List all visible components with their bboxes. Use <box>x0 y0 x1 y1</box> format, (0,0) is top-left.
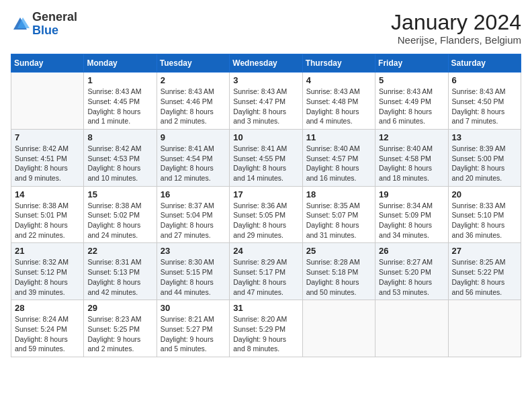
calendar-header-friday: Friday <box>375 54 448 73</box>
cell-info: Sunrise: 8:32 AMSunset: 5:12 PMDaylight:… <box>15 257 80 297</box>
cell-info: Sunrise: 8:25 AMSunset: 5:22 PMDaylight:… <box>452 257 517 297</box>
calendar-header-sunday: Sunday <box>11 54 84 73</box>
calendar-cell: 25Sunrise: 8:28 AMSunset: 5:18 PMDayligh… <box>302 243 375 300</box>
cell-day-number: 19 <box>379 189 444 199</box>
cell-day-number: 16 <box>161 189 226 199</box>
calendar-cell: 9Sunrise: 8:41 AMSunset: 4:54 PMDaylight… <box>157 129 229 186</box>
cell-day-number: 30 <box>161 303 226 313</box>
calendar-cell: 29Sunrise: 8:23 AMSunset: 5:25 PMDayligh… <box>84 300 157 357</box>
cell-day-number: 27 <box>452 246 517 256</box>
title-area: January 2024 Neerijse, Flanders, Belgium <box>391 11 521 46</box>
calendar-cell: 8Sunrise: 8:42 AMSunset: 4:53 PMDaylight… <box>84 129 157 186</box>
calendar-cell: 3Sunrise: 8:43 AMSunset: 4:47 PMDaylight… <box>230 73 302 130</box>
calendar-cell <box>11 73 84 130</box>
calendar-cell: 14Sunrise: 8:38 AMSunset: 5:01 PMDayligh… <box>11 186 84 243</box>
calendar-cell: 19Sunrise: 8:34 AMSunset: 5:09 PMDayligh… <box>375 186 448 243</box>
page-title: January 2024 <box>391 11 521 34</box>
cell-info: Sunrise: 8:31 AMSunset: 5:13 PMDaylight:… <box>87 257 152 297</box>
calendar-cell: 22Sunrise: 8:31 AMSunset: 5:13 PMDayligh… <box>84 243 157 300</box>
logo-blue-text: Blue <box>32 24 58 37</box>
cell-info: Sunrise: 8:30 AMSunset: 5:15 PMDaylight:… <box>161 257 226 297</box>
calendar-week-row: 21Sunrise: 8:32 AMSunset: 5:12 PMDayligh… <box>11 243 521 300</box>
cell-day-number: 18 <box>306 189 371 199</box>
calendar-cell: 4Sunrise: 8:43 AMSunset: 4:48 PMDaylight… <box>302 73 375 130</box>
cell-info: Sunrise: 8:38 AMSunset: 5:01 PMDaylight:… <box>15 201 80 240</box>
cell-info: Sunrise: 8:35 AMSunset: 5:07 PMDaylight:… <box>306 201 371 240</box>
cell-info: Sunrise: 8:28 AMSunset: 5:18 PMDaylight:… <box>306 257 371 297</box>
calendar-cell <box>375 300 448 357</box>
calendar-cell: 31Sunrise: 8:20 AMSunset: 5:29 PMDayligh… <box>230 300 302 357</box>
cell-info: Sunrise: 8:41 AMSunset: 4:54 PMDaylight:… <box>161 144 226 183</box>
cell-day-number: 23 <box>161 246 226 256</box>
cell-day-number: 12 <box>379 132 444 142</box>
logo-general-text: General <box>32 10 77 24</box>
cell-day-number: 17 <box>233 189 298 199</box>
cell-day-number: 1 <box>87 75 152 85</box>
calendar-cell: 21Sunrise: 8:32 AMSunset: 5:12 PMDayligh… <box>11 243 84 300</box>
cell-info: Sunrise: 8:27 AMSunset: 5:20 PMDaylight:… <box>379 257 444 297</box>
cell-day-number: 4 <box>306 75 371 85</box>
cell-info: Sunrise: 8:40 AMSunset: 4:58 PMDaylight:… <box>379 144 444 183</box>
page-subtitle: Neerijse, Flanders, Belgium <box>391 34 521 46</box>
calendar-cell: 16Sunrise: 8:37 AMSunset: 5:04 PMDayligh… <box>157 186 229 243</box>
calendar-header-thursday: Thursday <box>302 54 375 73</box>
cell-info: Sunrise: 8:40 AMSunset: 4:57 PMDaylight:… <box>306 144 371 183</box>
cell-day-number: 24 <box>233 246 298 256</box>
cell-day-number: 20 <box>452 189 517 199</box>
logo-icon <box>11 15 30 34</box>
cell-info: Sunrise: 8:37 AMSunset: 5:04 PMDaylight:… <box>161 201 226 240</box>
cell-info: Sunrise: 8:39 AMSunset: 5:00 PMDaylight:… <box>452 144 517 183</box>
calendar-cell: 27Sunrise: 8:25 AMSunset: 5:22 PMDayligh… <box>448 243 521 300</box>
cell-day-number: 31 <box>233 303 298 313</box>
calendar-header-wednesday: Wednesday <box>230 54 302 73</box>
cell-day-number: 22 <box>87 246 152 256</box>
cell-info: Sunrise: 8:43 AMSunset: 4:49 PMDaylight:… <box>379 87 444 126</box>
cell-day-number: 10 <box>233 132 298 142</box>
cell-day-number: 15 <box>87 189 152 199</box>
calendar-cell: 28Sunrise: 8:24 AMSunset: 5:24 PMDayligh… <box>11 300 84 357</box>
calendar-header-tuesday: Tuesday <box>157 54 229 73</box>
cell-day-number: 29 <box>87 303 152 313</box>
logo: General Blue <box>11 11 77 38</box>
cell-day-number: 26 <box>379 246 444 256</box>
calendar-cell: 24Sunrise: 8:29 AMSunset: 5:17 PMDayligh… <box>230 243 302 300</box>
calendar-cell <box>302 300 375 357</box>
cell-day-number: 2 <box>161 75 226 85</box>
cell-info: Sunrise: 8:24 AMSunset: 5:24 PMDaylight:… <box>15 314 80 354</box>
calendar-header-monday: Monday <box>84 54 157 73</box>
calendar-cell: 6Sunrise: 8:43 AMSunset: 4:50 PMDaylight… <box>448 73 521 130</box>
cell-info: Sunrise: 8:34 AMSunset: 5:09 PMDaylight:… <box>379 201 444 240</box>
calendar-header-row: SundayMondayTuesdayWednesdayThursdayFrid… <box>11 54 521 73</box>
calendar-cell: 15Sunrise: 8:38 AMSunset: 5:02 PMDayligh… <box>84 186 157 243</box>
cell-day-number: 5 <box>379 75 444 85</box>
cell-day-number: 14 <box>15 189 80 199</box>
cell-info: Sunrise: 8:42 AMSunset: 4:53 PMDaylight:… <box>87 144 152 183</box>
calendar-header-saturday: Saturday <box>448 54 521 73</box>
calendar-cell: 23Sunrise: 8:30 AMSunset: 5:15 PMDayligh… <box>157 243 229 300</box>
cell-day-number: 6 <box>452 75 517 85</box>
cell-info: Sunrise: 8:41 AMSunset: 4:55 PMDaylight:… <box>233 144 298 183</box>
cell-day-number: 7 <box>15 132 80 142</box>
cell-info: Sunrise: 8:43 AMSunset: 4:50 PMDaylight:… <box>452 87 517 126</box>
calendar-week-row: 7Sunrise: 8:42 AMSunset: 4:51 PMDaylight… <box>11 129 521 186</box>
calendar-cell: 17Sunrise: 8:36 AMSunset: 5:05 PMDayligh… <box>230 186 302 243</box>
calendar-cell: 18Sunrise: 8:35 AMSunset: 5:07 PMDayligh… <box>302 186 375 243</box>
cell-day-number: 13 <box>452 132 517 142</box>
calendar-cell: 12Sunrise: 8:40 AMSunset: 4:58 PMDayligh… <box>375 129 448 186</box>
calendar-cell: 11Sunrise: 8:40 AMSunset: 4:57 PMDayligh… <box>302 129 375 186</box>
calendar-cell: 10Sunrise: 8:41 AMSunset: 4:55 PMDayligh… <box>230 129 302 186</box>
cell-day-number: 8 <box>87 132 152 142</box>
cell-day-number: 11 <box>306 132 371 142</box>
calendar-cell <box>448 300 521 357</box>
calendar-cell: 13Sunrise: 8:39 AMSunset: 5:00 PMDayligh… <box>448 129 521 186</box>
cell-info: Sunrise: 8:36 AMSunset: 5:05 PMDaylight:… <box>233 201 298 240</box>
calendar-cell: 5Sunrise: 8:43 AMSunset: 4:49 PMDaylight… <box>375 73 448 130</box>
cell-day-number: 3 <box>233 75 298 85</box>
cell-info: Sunrise: 8:33 AMSunset: 5:10 PMDaylight:… <box>452 201 517 240</box>
cell-info: Sunrise: 8:43 AMSunset: 4:47 PMDaylight:… <box>233 87 298 126</box>
calendar-week-row: 1Sunrise: 8:43 AMSunset: 4:45 PMDaylight… <box>11 73 521 130</box>
cell-day-number: 25 <box>306 246 371 256</box>
cell-info: Sunrise: 8:43 AMSunset: 4:45 PMDaylight:… <box>87 87 152 126</box>
calendar-cell: 26Sunrise: 8:27 AMSunset: 5:20 PMDayligh… <box>375 243 448 300</box>
cell-info: Sunrise: 8:23 AMSunset: 5:25 PMDaylight:… <box>87 314 152 354</box>
